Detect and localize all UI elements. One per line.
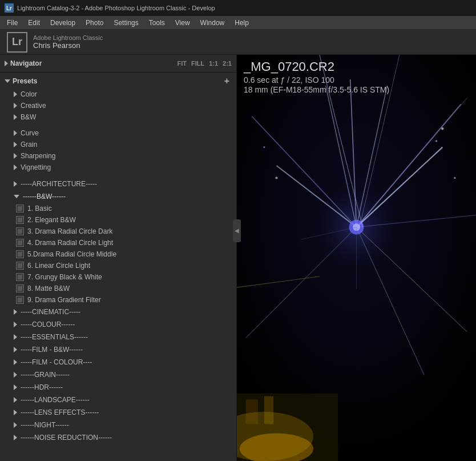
bw-item-4-icon [16,239,24,247]
bw-item-9[interactable]: 9. Drama Gradient Filter [0,294,236,306]
lens-effects-label: ------LENS EFFECTS------ [21,408,99,416]
navigator-label: Navigator [10,59,42,67]
cinematic-label: -----CINEMATIC----- [21,308,80,316]
bw-item-5[interactable]: 5.Drama Radial Circle Middle [0,248,236,260]
window-title: Lightroom Catalog-3-2 - Adobe Photoshop … [17,5,215,11]
panel-collapse-handle[interactable]: ◀ [233,219,241,242]
preset-group-curve[interactable]: Curve [9,127,236,139]
curve-expand-icon [14,130,17,136]
preset-group-sharpening[interactable]: Sharpening [9,150,236,162]
folder-bw[interactable]: ------B&W------ [0,190,236,203]
folder-cinematic[interactable]: -----CINEMATIC----- [0,306,236,318]
film-bw-expand-icon [14,347,17,352]
add-preset-button[interactable]: + [222,76,232,86]
menu-help[interactable]: Help [230,18,253,28]
menu-edit[interactable]: Edit [23,18,45,28]
bw-folder-expand-icon [14,195,19,198]
bw-item-7-label: 7. Grungy Black & White [27,273,102,281]
menu-tools[interactable]: Tools [144,18,170,28]
bw-item-5-icon [16,250,24,258]
menu-window[interactable]: Window [196,18,229,28]
right-panel: _MG_0720.CR2 0.6 sec at ƒ / 22, ISO 100 … [237,55,476,461]
folder-grain[interactable]: ------GRAIN------ [0,368,236,381]
sharpening-expand-icon [14,153,17,159]
titlebar: Lr Lightroom Catalog-3-2 - Adobe Photosh… [0,0,476,16]
identity-text: Adobe Lightroom Classic Chris Pearson [33,34,103,50]
hdr-label: ------HDR------ [21,383,63,391]
menu-view[interactable]: View [171,18,195,28]
color-label: Color [21,90,37,98]
content-area: Navigator FIT FILL 1:1 2:1 Presets [0,55,476,461]
bw-item-9-label: 9. Drama Gradient Filter [27,296,101,304]
bw-item-2-icon [16,216,24,224]
presets-header[interactable]: Presets + [0,74,236,89]
creative-expand-icon [14,103,17,109]
architecture-label: -----ARCHITECTURE----- [21,180,97,188]
night-expand-icon [14,422,17,428]
folder-hdr[interactable]: ------HDR------ [0,381,236,394]
bw-label: B&W [21,113,36,121]
image-info: _MG_0720.CR2 0.6 sec at ƒ / 22, ISO 100 … [244,59,389,94]
preset-groups: Color Creative B&W Curve [0,89,236,173]
menu-file[interactable]: File [2,18,22,28]
bw-item-8[interactable]: 8. Matte B&W [0,283,236,294]
colour-label: -----COLOUR------ [21,320,75,328]
night-label: ------NIGHT------ [21,421,69,429]
folder-landscape[interactable]: ------LANDSCAPE------ [0,394,236,406]
nav-fill[interactable]: FILL [191,60,204,67]
colour-expand-icon [14,322,17,327]
preset-group-grain[interactable]: Grain [9,139,236,150]
bw-item-4[interactable]: 4. Drama Radial Circle Light [0,237,236,248]
bw-item-3-label: 3. Drama Radial Circle Dark [27,227,112,235]
creative-label: Creative [21,102,46,110]
bw-item-4-label: 4. Drama Radial Circle Light [27,239,113,247]
grain-expand-icon [14,142,17,147]
lr-logo-icon: Lr [5,3,14,13]
folder-film-bw[interactable]: -----FILM - B&W------ [0,343,236,356]
film-colour-expand-icon [14,359,17,365]
photo-display [237,55,476,461]
bw-item-8-icon [16,284,24,292]
menu-photo[interactable]: Photo [81,18,108,28]
folder-architecture[interactable]: -----ARCHITECTURE----- [0,178,236,190]
film-bw-label: -----FILM - B&W------ [21,346,83,354]
preset-group-bw[interactable]: B&W [9,111,236,123]
landscape-label: ------LANDSCAPE------ [21,396,90,404]
menu-develop[interactable]: Develop [46,18,80,28]
folder-colour[interactable]: -----COLOUR------ [0,318,236,331]
folder-noise-reduction[interactable]: ------NOISE REDUCTION------ [0,431,236,444]
folder-essentials[interactable]: -----ESSENTIALS------ [0,331,236,343]
bw-item-3[interactable]: 3. Drama Radial Circle Dark [0,226,236,237]
preset-group-color[interactable]: Color [9,89,236,100]
preset-group-vignetting[interactable]: Vignetting [9,162,236,173]
grain-label: Grain [21,141,37,149]
bw-item-3-icon [16,227,24,235]
svg-point-27 [435,140,437,142]
essentials-expand-icon [14,334,17,340]
bw-item-9-icon [16,296,24,304]
nav-1-1[interactable]: 1:1 [209,60,218,67]
folder-night[interactable]: ------NIGHT------ [0,419,236,431]
navigator-header[interactable]: Navigator FIT FILL 1:1 2:1 [0,57,236,70]
svg-point-26 [441,127,443,130]
menu-settings[interactable]: Settings [109,18,143,28]
bw-item-1[interactable]: 1. Basic [0,203,236,214]
bw-item-6[interactable]: 6. Linear Circle Light [0,260,236,271]
user-name: Chris Pearson [33,41,103,50]
left-panel: Navigator FIT FILL 1:1 2:1 Presets [0,55,237,461]
bw-item-1-label: 1. Basic [27,205,52,213]
folder-lens-effects[interactable]: ------LENS EFFECTS------ [0,406,236,419]
vignetting-label: Vignetting [21,163,51,171]
svg-point-28 [454,177,455,179]
bw-item-8-label: 8. Matte B&W [27,284,70,292]
vignetting-expand-icon [14,165,17,170]
preset-group-creative[interactable]: Creative [9,100,236,111]
bw-item-2[interactable]: 2. Elegant B&W [0,214,236,226]
nav-2-1[interactable]: 2:1 [223,60,232,67]
architecture-expand-icon [14,181,17,187]
bw-item-2-label: 2. Elegant B&W [27,216,76,224]
noise-reduction-label: ------NOISE REDUCTION------ [21,434,112,442]
nav-fit[interactable]: FIT [177,60,187,67]
folder-film-colour[interactable]: -----FILM - COLOUR---- [0,356,236,368]
bw-item-7[interactable]: 7. Grungy Black & White [0,271,236,283]
